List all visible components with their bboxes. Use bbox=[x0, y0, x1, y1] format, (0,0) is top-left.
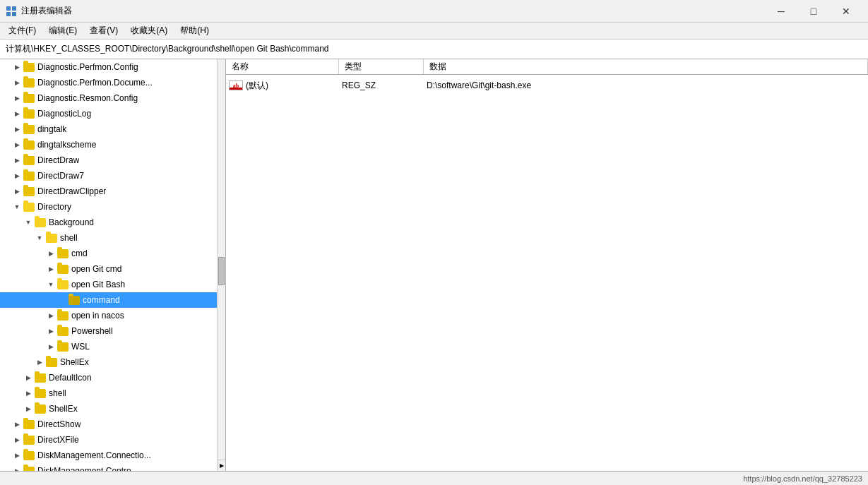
tree-panel: ▶ Diagnostic.Perfmon.Config ▶ Diagnostic… bbox=[0, 59, 226, 471]
folder-icon bbox=[23, 186, 35, 197]
toggle-icon[interactable]: ▼ bbox=[23, 217, 34, 228]
node-label: open Git Bash bbox=[71, 280, 125, 289]
toggle-icon[interactable]: ▶ bbox=[11, 108, 23, 119]
toggle-icon[interactable]: ▼ bbox=[34, 232, 45, 244]
col-header-name: 名称 bbox=[226, 59, 339, 74]
col-header-type: 类型 bbox=[339, 59, 424, 74]
tree-node-directdraw: ▶ DirectDraw bbox=[0, 152, 225, 168]
scroll-right-arrow[interactable]: ▶ bbox=[218, 460, 225, 471]
node-label: Diagnostic.Resmon.Config bbox=[37, 93, 138, 103]
node-label: open in nacos bbox=[71, 311, 124, 321]
folder-icon bbox=[57, 248, 69, 259]
tree-node-diagnosticlog: ▶ DiagnosticLog bbox=[0, 106, 225, 121]
folder-icon bbox=[34, 403, 47, 414]
toggle-icon[interactable]: ▶ bbox=[11, 450, 23, 461]
tree-node-cmd: ▶ cmd bbox=[0, 246, 225, 261]
address-path: 计算机\HKEY_CLASSES_ROOT\Directory\Backgrou… bbox=[6, 43, 329, 55]
toggle-icon[interactable]: ▼ bbox=[45, 279, 57, 290]
toggle-icon[interactable]: ▶ bbox=[23, 403, 34, 414]
registry-entry[interactable]: ab (默认) REG_SZ D:\software\Git\git-bash.… bbox=[226, 78, 868, 93]
ab-string-icon: ab bbox=[229, 80, 243, 90]
folder-icon bbox=[23, 92, 35, 104]
node-label: cmd bbox=[71, 249, 88, 258]
title-bar-left: 注册表编辑器 bbox=[6, 5, 72, 17]
toggle-icon[interactable]: ▶ bbox=[11, 170, 23, 181]
folder-icon bbox=[23, 61, 35, 73]
node-label: dingtalk bbox=[37, 124, 66, 134]
reg-entry-type: REG_SZ bbox=[342, 80, 427, 90]
reg-entry-data: D:\software\Git\git-bash.exe bbox=[427, 80, 865, 90]
title-bar: 注册表编辑器 ─ □ ✕ bbox=[0, 0, 868, 23]
toggle-icon[interactable]: ▶ bbox=[45, 341, 57, 352]
folder-icon bbox=[23, 77, 35, 88]
toggle-icon[interactable]: ▶ bbox=[11, 77, 23, 88]
window: 注册表编辑器 ─ □ ✕ 文件(F) 编辑(E) 查看(V) 收藏夹(A) 帮助… bbox=[0, 0, 868, 485]
toggle-icon[interactable]: ▶ bbox=[23, 388, 34, 399]
minimize-button[interactable]: ─ bbox=[765, 0, 797, 23]
menu-help[interactable]: 帮助(H) bbox=[174, 23, 215, 39]
node-label: DirectDraw bbox=[37, 155, 79, 165]
folder-icon bbox=[23, 434, 35, 445]
node-label: Directory bbox=[37, 202, 71, 212]
reg-entry-name: (默认) bbox=[246, 80, 342, 92]
folder-icon bbox=[23, 155, 35, 166]
node-label: Background bbox=[49, 217, 94, 227]
tree-node-open-nacos: ▶ open in nacos bbox=[0, 308, 225, 323]
folder-icon bbox=[57, 310, 69, 321]
toggle-icon[interactable]: ▶ bbox=[11, 465, 23, 471]
toggle-icon[interactable]: ▶ bbox=[11, 419, 23, 430]
toggle-icon[interactable]: ▶ bbox=[45, 248, 57, 259]
folder-icon bbox=[23, 139, 35, 150]
registry-entries: ab (默认) REG_SZ D:\software\Git\git-bash.… bbox=[226, 75, 868, 96]
toggle-icon[interactable]: ▶ bbox=[23, 372, 34, 383]
node-label: Diagnostic.Perfmon.Config bbox=[37, 62, 138, 72]
svg-rect-3 bbox=[12, 12, 16, 16]
toggle-icon[interactable]: ▶ bbox=[11, 155, 23, 166]
toggle-icon[interactable]: ▶ bbox=[11, 61, 23, 73]
node-label: DefaultIcon bbox=[49, 373, 92, 383]
toggle-icon[interactable]: ▶ bbox=[11, 92, 23, 104]
column-headers: 名称 类型 数据 bbox=[226, 59, 868, 75]
tree-node-shellex1: ▶ ShellEx bbox=[0, 354, 225, 370]
menu-view[interactable]: 查看(V) bbox=[84, 23, 124, 39]
folder-icon bbox=[34, 372, 47, 383]
menu-edit[interactable]: 编辑(E) bbox=[43, 23, 83, 39]
toggle-icon[interactable]: ▶ bbox=[11, 124, 23, 135]
node-label: DirectDraw7 bbox=[37, 171, 84, 181]
tree-node-open-git-bash: ▼ open Git Bash ▶ command bbox=[0, 277, 225, 308]
toggle-icon[interactable]: ▶ bbox=[34, 357, 45, 368]
svg-rect-1 bbox=[12, 6, 16, 11]
menu-file[interactable]: 文件(F) bbox=[3, 23, 42, 39]
address-bar: 计算机\HKEY_CLASSES_ROOT\Directory\Backgrou… bbox=[0, 40, 868, 59]
node-label: open Git cmd bbox=[71, 264, 121, 274]
node-label: command bbox=[83, 295, 120, 305]
tree-scroll[interactable]: ▶ Diagnostic.Perfmon.Config ▶ Diagnostic… bbox=[0, 59, 225, 471]
scrollbar-thumb[interactable] bbox=[218, 257, 225, 285]
tree-node-directxfile: ▶ DirectXFile bbox=[0, 432, 225, 448]
toggle-icon[interactable]: ▶ bbox=[45, 310, 57, 321]
tree-node-n3: ▶ Diagnostic.Resmon.Config bbox=[0, 90, 225, 106]
folder-open-icon bbox=[23, 201, 35, 212]
menu-favorites[interactable]: 收藏夹(A) bbox=[125, 23, 173, 39]
node-label: shell bbox=[60, 233, 78, 243]
app-icon bbox=[6, 6, 17, 17]
toggle-icon[interactable]: ▶ bbox=[11, 186, 23, 197]
toggle-icon[interactable]: ▼ bbox=[11, 201, 23, 212]
folder-icon bbox=[23, 450, 35, 461]
toggle-icon[interactable]: ▶ bbox=[11, 434, 23, 445]
folder-open-icon bbox=[57, 279, 69, 290]
maximize-button[interactable]: □ bbox=[797, 0, 830, 23]
tree-scrollbar[interactable]: ▶ bbox=[217, 59, 225, 471]
close-button[interactable]: ✕ bbox=[830, 0, 862, 23]
toggle-icon[interactable]: ▶ bbox=[45, 263, 57, 275]
tree-node-directdrawclipper: ▶ DirectDrawClipper bbox=[0, 184, 225, 199]
tree-node-dingtalk: ▶ dingtalk bbox=[0, 121, 225, 137]
node-label: Powershell bbox=[71, 326, 113, 336]
toggle-icon[interactable]: ▶ bbox=[45, 325, 57, 337]
tree-node-wsl: ▶ WSL bbox=[0, 339, 225, 354]
toggle-icon[interactable]: ▶ bbox=[11, 139, 23, 150]
tree-node-powershell: ▶ Powershell bbox=[0, 323, 225, 339]
tree-node-directdraw7: ▶ DirectDraw7 bbox=[0, 168, 225, 184]
svg-rect-2 bbox=[6, 12, 11, 16]
folder-selected-icon bbox=[68, 294, 81, 306]
